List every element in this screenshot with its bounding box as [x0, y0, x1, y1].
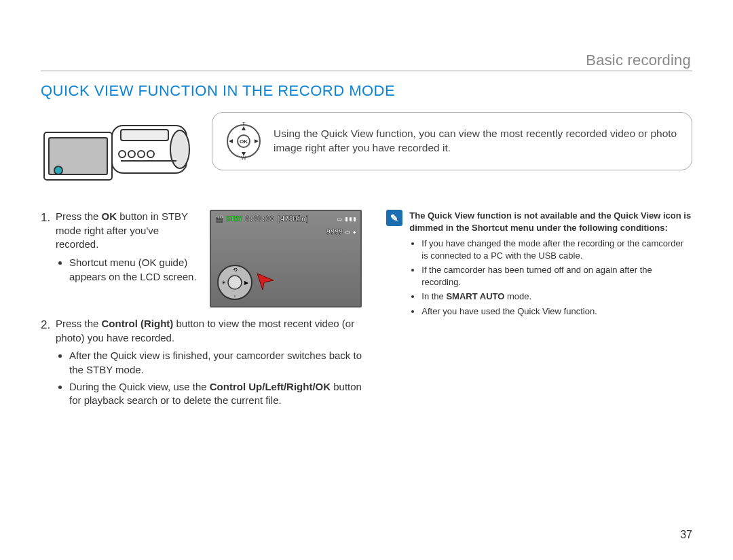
card-icon: ▭ — [337, 214, 341, 224]
note-item-3: In the SMART AUTO mode. — [421, 291, 692, 303]
svg-marker-16 — [255, 139, 259, 143]
page-number: 37 — [680, 529, 692, 541]
stby-indicator: STBY — [226, 214, 242, 224]
svg-point-8 — [128, 151, 135, 157]
step-1: Press the OK button in STBY mode right a… — [41, 210, 362, 307]
svg-point-2 — [54, 166, 62, 174]
resolution-icon: ▭ — [345, 227, 350, 237]
camcorder-illustration — [41, 112, 197, 193]
note-icon: ✎ — [386, 210, 402, 226]
note-item-4: After you have used the Quick View funct… — [421, 305, 692, 318]
shortcut-wheel-icon: ⟲ ☀ ◦ ▶ — [217, 264, 253, 301]
section-title: QUICK VIEW FUNCTION IN THE RECORD MODE — [41, 82, 692, 100]
svg-rect-6 — [121, 130, 168, 141]
note-box: ✎ The Quick View function is not availab… — [386, 210, 692, 320]
step-2-sub-1: After the Quick view is finished, your c… — [69, 349, 362, 377]
svg-point-18 — [228, 276, 242, 289]
callout-text: Using the Quick View function, you can v… — [274, 127, 679, 155]
svg-marker-23 — [257, 274, 274, 290]
svg-text:▶: ▶ — [244, 280, 249, 286]
breadcrumb: Basic recording — [586, 52, 691, 69]
svg-point-10 — [147, 151, 154, 157]
svg-text:◦: ◦ — [234, 293, 236, 299]
step-1-sub-1: Shortcut menu (OK guide) appears on the … — [69, 256, 203, 284]
note-heading: The Quick View function is not available… — [409, 210, 692, 234]
ok-dial-icon: T W OK — [225, 122, 263, 160]
photo-count: 9999 — [326, 227, 343, 237]
note-item-2: If the camcorder has been turned off and… — [421, 264, 692, 288]
timecode: 0:00:00 — [245, 214, 274, 224]
step-2: Press the Control (Right) button to view… — [41, 317, 362, 408]
svg-point-7 — [119, 151, 126, 157]
svg-marker-15 — [229, 139, 233, 143]
header-rule — [41, 71, 692, 71]
svg-point-4 — [170, 130, 189, 168]
note-item-1: If you have changed the mode after the r… — [421, 238, 692, 261]
svg-text:☀: ☀ — [221, 280, 226, 286]
svg-text:⟲: ⟲ — [233, 267, 238, 273]
intro-callout: T W OK Using the Quick View function, yo… — [212, 112, 692, 170]
lcd-screen-illustration: 🎬 STBY 0:00:00 [475Min] ▭ ▮▮▮ 9999 ▭ ✦ — [210, 210, 362, 307]
remain-time: [475Min] — [277, 214, 309, 224]
dial-t-label: T — [242, 122, 246, 127]
step-2-sub-2: During the Quick view, use the Control U… — [69, 380, 362, 408]
dial-ok-label: OK — [240, 138, 248, 145]
battery-icon: ▮▮▮ — [344, 214, 356, 224]
video-icon: 🎬 — [215, 214, 223, 224]
red-arrow-icon — [256, 272, 275, 291]
quality-icon: ✦ — [352, 227, 356, 237]
svg-point-9 — [138, 151, 145, 157]
